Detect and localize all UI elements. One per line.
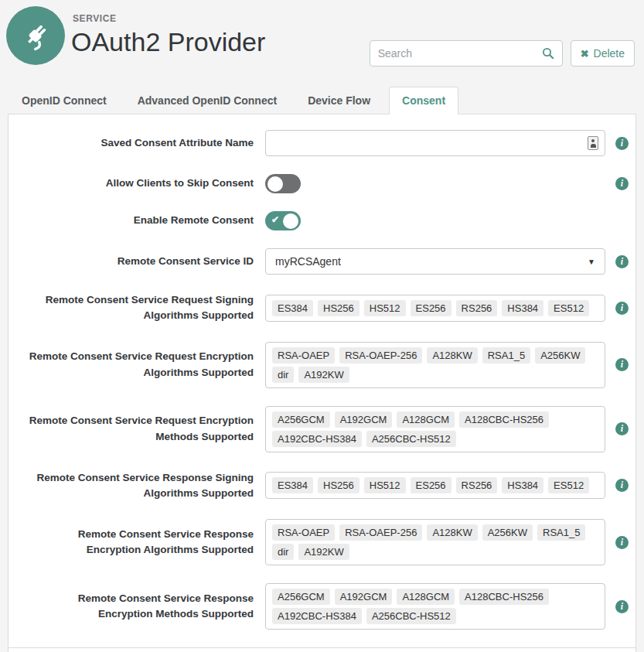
tag-item[interactable]: A128CBC-HS256 xyxy=(459,411,549,428)
form-row: Remote Consent Service Request Encryptio… xyxy=(24,406,625,452)
tag-item[interactable]: ES256 xyxy=(411,477,451,493)
form-row: Allow Clients to Skip Consenti xyxy=(24,174,625,193)
info-icon[interactable]: i xyxy=(615,536,629,549)
search-box xyxy=(370,40,563,67)
info-slot: i xyxy=(605,479,629,492)
tab-consent[interactable]: Consent xyxy=(389,87,458,114)
tag-item[interactable]: A192KW xyxy=(298,367,349,383)
field-label: Remote Consent Service Request Signing A… xyxy=(24,292,265,324)
field-control xyxy=(265,174,605,193)
tag-item[interactable]: A256CBC-HS512 xyxy=(366,608,456,624)
field-label: Remote Consent Service Request Encryptio… xyxy=(24,413,265,445)
tag-item[interactable]: A256KW xyxy=(482,524,533,541)
tab-device-flow[interactable]: Device Flow xyxy=(295,87,383,114)
field-control: myRCSAgent▼ xyxy=(265,248,605,275)
tag-item[interactable]: RSA-OAEP-256 xyxy=(339,347,422,364)
form-row: Remote Consent Service IDmyRCSAgent▼i xyxy=(24,248,625,275)
tag-item[interactable]: RSA1_5 xyxy=(482,347,530,364)
tab-advanced-openid-connect[interactable]: Advanced OpenID Connect xyxy=(125,87,289,114)
tag-item[interactable]: HS384 xyxy=(502,300,543,316)
tags-field[interactable]: ES384HS256HS512ES256RS256HS384ES512 xyxy=(265,295,605,322)
info-icon[interactable]: i xyxy=(615,255,629,268)
text-field[interactable] xyxy=(265,130,605,156)
tag-item[interactable]: HS256 xyxy=(318,477,359,493)
field-control: RSA-OAEPRSA-OAEP-256A128KWRSA1_5A256KWdi… xyxy=(265,342,605,388)
tag-item[interactable]: A128KW xyxy=(427,524,477,541)
tag-item[interactable]: HS512 xyxy=(364,300,406,316)
tag-item[interactable]: A128KW xyxy=(427,347,477,364)
tag-item[interactable]: HS256 xyxy=(318,300,359,316)
tags-field[interactable]: A256GCMA192GCMA128GCMA128CBC-HS256A192CB… xyxy=(265,583,605,630)
tag-item[interactable]: HS384 xyxy=(502,477,543,493)
tag-item[interactable]: RSA1_5 xyxy=(537,524,585,541)
info-slot: i xyxy=(605,600,629,613)
tag-item[interactable]: A192GCM xyxy=(335,589,393,605)
panel-footer: Save Changes xyxy=(9,647,635,652)
toggle-off[interactable] xyxy=(265,174,301,193)
search-input[interactable] xyxy=(378,47,542,60)
tag-item[interactable]: RSA-OAEP-256 xyxy=(339,524,422,541)
form-row: Saved Consent Attribute Namei xyxy=(24,130,625,156)
info-icon[interactable]: i xyxy=(615,137,629,150)
autofill-icon xyxy=(588,136,598,150)
info-icon[interactable]: i xyxy=(615,177,629,190)
form-row: Remote Consent Service Response Encrypti… xyxy=(24,519,625,565)
select-field[interactable]: myRCSAgent▼ xyxy=(265,248,605,275)
tags-field[interactable]: A256GCMA192GCMA128GCMA128CBC-HS256A192CB… xyxy=(265,406,605,452)
tag-item[interactable]: RSA-OAEP xyxy=(272,347,335,364)
toggle-on[interactable]: ✔ xyxy=(265,211,301,230)
x-icon: ✖ xyxy=(581,48,589,60)
tag-item[interactable]: ES512 xyxy=(548,300,589,316)
tags-field[interactable]: RSA-OAEPRSA-OAEP-256A128KWRSA1_5A256KWdi… xyxy=(265,342,605,388)
tag-item[interactable]: A128GCM xyxy=(397,589,455,605)
info-slot: i xyxy=(605,536,629,549)
delete-button[interactable]: ✖ Delete xyxy=(571,40,635,67)
tag-item[interactable]: ES384 xyxy=(272,477,313,493)
tab-bar: OpenID ConnectAdvanced OpenID ConnectDev… xyxy=(0,87,644,114)
info-icon[interactable]: i xyxy=(615,358,629,371)
tag-item[interactable]: A128CBC-HS256 xyxy=(459,589,549,605)
field-control: ✔ xyxy=(265,211,605,230)
tag-item[interactable]: A256GCM xyxy=(272,589,330,605)
toggle-knob xyxy=(283,213,298,229)
tag-item[interactable]: A128GCM xyxy=(397,411,455,428)
tags-field[interactable]: RSA-OAEPRSA-OAEP-256A128KWA256KWRSA1_5di… xyxy=(265,519,605,565)
tag-item[interactable]: RS256 xyxy=(456,300,498,316)
tag-item[interactable]: A192GCM xyxy=(335,411,393,428)
tag-item[interactable]: ES256 xyxy=(411,300,451,316)
tag-item[interactable]: A256CBC-HS512 xyxy=(366,431,456,447)
tag-item[interactable]: A192KW xyxy=(298,544,349,560)
tag-item[interactable]: HS512 xyxy=(364,477,406,493)
tab-openid-connect[interactable]: OpenID Connect xyxy=(9,87,119,114)
field-label: Enable Remote Consent xyxy=(24,213,265,228)
tag-item[interactable]: A192CBC-HS384 xyxy=(272,608,362,624)
plug-icon xyxy=(18,18,53,53)
tag-item[interactable]: dir xyxy=(272,544,294,560)
tag-item[interactable]: RS256 xyxy=(456,477,498,493)
page-title: OAuth2 Provider xyxy=(71,27,265,57)
info-icon[interactable]: i xyxy=(615,302,629,315)
tag-item[interactable]: A256GCM xyxy=(272,411,330,428)
tag-item[interactable]: A192CBC-HS384 xyxy=(272,431,362,447)
field-control: RSA-OAEPRSA-OAEP-256A128KWA256KWRSA1_5di… xyxy=(265,519,605,565)
field-control xyxy=(265,130,605,156)
info-icon[interactable]: i xyxy=(615,600,629,613)
tag-item[interactable]: dir xyxy=(272,367,294,383)
page-header: SERVICE OAuth2 Provider ✖ Delete xyxy=(0,0,644,87)
tag-item[interactable]: ES384 xyxy=(272,300,313,316)
tag-item[interactable]: ES512 xyxy=(548,477,589,493)
toggle-knob xyxy=(267,176,283,192)
tags-field[interactable]: ES384HS256HS512ES256RS256HS384ES512 xyxy=(265,472,605,499)
tag-item[interactable]: RSA-OAEP xyxy=(272,524,335,541)
field-control: ES384HS256HS512ES256RS256HS384ES512 xyxy=(265,295,605,322)
field-control: ES384HS256HS512ES256RS256HS384ES512 xyxy=(265,472,605,499)
consent-form: Saved Consent Attribute NameiAllow Clien… xyxy=(9,114,635,630)
info-icon[interactable]: i xyxy=(615,479,629,492)
form-row: Remote Consent Service Response Signing … xyxy=(24,470,625,502)
tag-item[interactable]: A256KW xyxy=(535,347,585,364)
info-icon[interactable]: i xyxy=(615,422,629,435)
consent-panel: Saved Consent Attribute NameiAllow Clien… xyxy=(8,114,636,652)
field-label: Allow Clients to Skip Consent xyxy=(24,176,265,191)
form-row: Remote Consent Service Request Encryptio… xyxy=(24,342,625,388)
info-slot: i xyxy=(605,358,629,371)
